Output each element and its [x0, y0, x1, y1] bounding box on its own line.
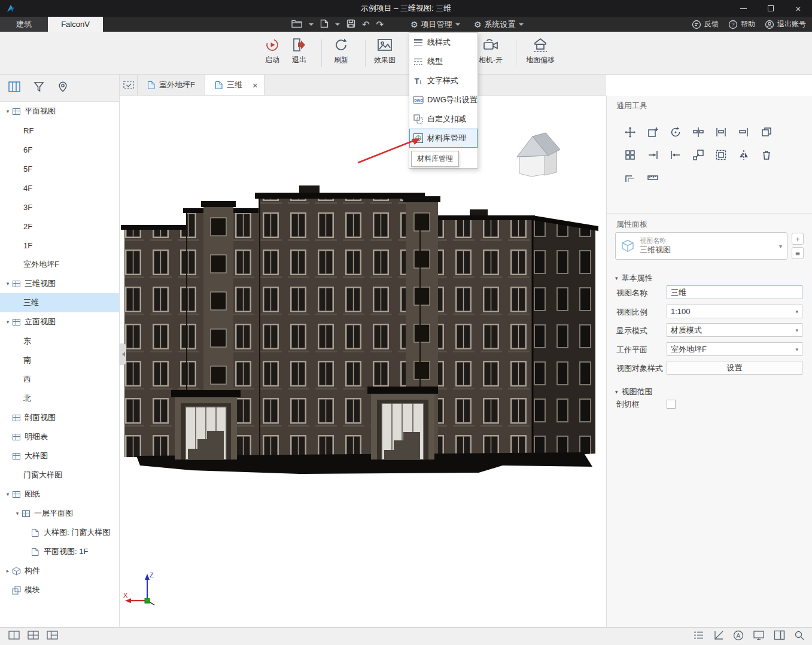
tree-item-25[interactable]: 模块 — [0, 580, 119, 600]
trim-tool-button[interactable] — [665, 145, 686, 165]
view-scale-select[interactable]: 1:100 ▾ — [667, 305, 802, 318]
tree-item-12[interactable]: 东 — [0, 331, 119, 351]
display-monitor-icon[interactable] — [753, 630, 765, 643]
help-button[interactable]: ? 帮助 — [728, 19, 755, 29]
camera-toggle-button[interactable]: 相机-开 — [473, 36, 508, 71]
measure-tool-button[interactable] — [643, 168, 663, 188]
tree-item-16[interactable]: 剖面视图 — [0, 408, 119, 427]
logout-button[interactable]: 退出账号 — [765, 19, 806, 29]
align-right-tool-button[interactable] — [734, 122, 754, 142]
new-file-chevron-icon[interactable] — [335, 23, 340, 28]
view-list-button[interactable]: ≡ — [792, 247, 804, 259]
add-view-button[interactable]: + — [792, 233, 804, 245]
element-list-icon[interactable] — [693, 630, 704, 643]
redo-icon[interactable]: ↷ — [376, 20, 384, 29]
tree-item-7[interactable]: 1F — [0, 236, 119, 255]
mirror-tool-button[interactable] — [734, 145, 754, 165]
array-tool-button[interactable] — [620, 145, 640, 165]
ribbon-tab-falconv[interactable]: FalconV — [48, 17, 103, 32]
undo-icon[interactable]: ↶ — [362, 20, 370, 29]
layout-quad-icon[interactable] — [28, 631, 39, 642]
view-object-style-settings-button[interactable]: 设置 — [667, 361, 802, 375]
menu-item-text-style[interactable]: Tt文字样式 — [409, 71, 478, 90]
chevron-down-icon[interactable]: ▾ — [4, 108, 12, 114]
render-button[interactable]: 效果图 — [367, 36, 402, 71]
layout-mixed-icon[interactable] — [47, 631, 58, 642]
tree-item-0[interactable]: ▾平面视图 — [0, 102, 119, 121]
tree-item-5[interactable]: 3F — [0, 197, 119, 217]
capture-view-icon[interactable] — [120, 75, 138, 95]
tree-item-14[interactable]: 西 — [0, 370, 119, 389]
save-icon[interactable] — [346, 19, 355, 30]
tree-item-18[interactable]: 大样图 — [0, 446, 119, 466]
align-center-tool-button[interactable] — [688, 122, 708, 142]
chevron-down-icon[interactable]: ▾ — [13, 510, 22, 516]
offset-tool-button[interactable] — [620, 168, 640, 188]
new-file-icon[interactable] — [320, 19, 329, 30]
view-tab-site-plane[interactable]: 室外地坪F — [138, 75, 205, 95]
open-folder-icon[interactable] — [291, 19, 302, 30]
drawing-scale-icon[interactable] — [713, 630, 724, 643]
ground-offset-button[interactable]: 地面偏移 — [523, 36, 558, 71]
system-settings-menu[interactable]: ⚙ 系统设置 — [474, 17, 524, 32]
tree-item-6[interactable]: 2F — [0, 217, 119, 236]
maximize-button[interactable] — [757, 0, 784, 17]
tree-item-1[interactable]: RF — [0, 121, 119, 140]
chevron-down-icon[interactable]: ▾ — [4, 319, 12, 325]
ribbon-tab-architecture[interactable]: 建筑 — [0, 17, 48, 32]
work-plane-select[interactable]: 室外地坪F ▾ — [667, 342, 802, 356]
tree-item-19[interactable]: 门窗大样图 — [0, 466, 119, 485]
tree-item-10[interactable]: 三维 — [0, 293, 119, 312]
feedback-button[interactable]: 反馈 — [692, 19, 719, 29]
tree-item-20[interactable]: ▾图纸 — [0, 485, 119, 504]
tree-item-15[interactable]: 北 — [0, 389, 119, 408]
display-mode-select[interactable]: 材质模式 ▾ — [667, 323, 802, 337]
distribute-tool-button[interactable] — [711, 122, 731, 142]
menu-item-line-type[interactable]: 线型 — [409, 52, 478, 71]
rotate-tool-button[interactable] — [665, 122, 686, 142]
basic-properties-section-header[interactable]: ▾ 基本属性 — [615, 273, 653, 284]
annotation-icon[interactable]: A — [733, 630, 744, 643]
minimize-button[interactable] — [729, 0, 757, 17]
location-pin-icon[interactable] — [57, 81, 68, 95]
tree-item-17[interactable]: 明细表 — [0, 427, 119, 446]
clip-box-checkbox[interactable] — [667, 400, 676, 409]
project-management-menu[interactable]: ⚙ 项目管理 — [410, 17, 460, 32]
tree-item-22[interactable]: 大样图: 门窗大样图 — [0, 523, 119, 542]
menu-item-line-style[interactable]: 线样式 — [409, 33, 478, 52]
zoom-selection-icon[interactable] — [794, 630, 805, 643]
home-view-widget[interactable] — [515, 132, 568, 181]
tree-item-2[interactable]: 6F — [0, 140, 119, 159]
extend-tool-button[interactable] — [643, 145, 663, 165]
exit-button[interactable]: 退出 — [282, 36, 317, 71]
copy-tool-button[interactable] — [756, 122, 777, 142]
tree-item-21[interactable]: ▾一层平面图 — [0, 504, 119, 523]
open-folder-chevron-icon[interactable] — [309, 23, 314, 28]
panel-columns-icon[interactable] — [8, 81, 20, 95]
view-range-section-header[interactable]: ▾ 视图范围 — [615, 387, 653, 397]
tree-item-11[interactable]: ▾立面视图 — [0, 312, 119, 331]
scale-tool-button[interactable] — [688, 145, 708, 165]
tree-item-9[interactable]: ▾三维视图 — [0, 274, 119, 293]
close-button[interactable]: × — [784, 0, 812, 17]
refresh-button[interactable]: 刷新 — [324, 36, 358, 71]
view-type-selector[interactable]: 视图名称 三维视图 ▾ — [615, 232, 787, 260]
group-tool-button[interactable] — [711, 145, 731, 165]
menu-item-dwg-export[interactable]: DWGDWG导出设置 — [409, 90, 478, 109]
close-tab-icon[interactable]: × — [253, 80, 258, 90]
delete-tool-button[interactable] — [756, 145, 777, 165]
tree-item-23[interactable]: 平面视图: 1F — [0, 542, 119, 561]
sidebar-collapse-handle[interactable] — [120, 343, 126, 365]
tree-item-24[interactable]: ▸构件 — [0, 561, 119, 580]
chevron-down-icon[interactable]: ▾ — [4, 491, 12, 497]
tree-item-13[interactable]: 南 — [0, 351, 119, 370]
add-element-tool-button[interactable] — [643, 122, 663, 142]
move-tool-button[interactable] — [620, 122, 640, 142]
chevron-down-icon[interactable]: ▾ — [4, 281, 12, 287]
tree-item-8[interactable]: 室外地坪F — [0, 255, 119, 274]
tree-item-4[interactable]: 4F — [0, 178, 119, 197]
tree-item-3[interactable]: 5F — [0, 159, 119, 178]
3d-viewport[interactable]: Z X — [120, 96, 606, 627]
layout-split-icon[interactable] — [8, 631, 20, 642]
menu-item-material-library[interactable]: 材料库管理 — [409, 129, 478, 148]
